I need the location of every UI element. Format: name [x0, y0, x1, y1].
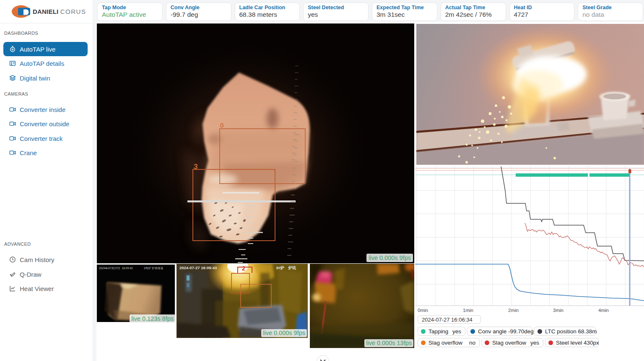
svg-text:3号炉 炉后传送: 3号炉 炉后传送 [144, 267, 164, 270]
svg-text:3: 3 [194, 163, 197, 171]
svg-text:2: 2 [242, 265, 245, 272]
svg-text:2024年07月27日 16:09:42: 2024年07月27日 16:09:42 [99, 267, 133, 270]
svg-text:2024-07-27 16:09:43: 2024-07-27 16:09:43 [179, 265, 217, 270]
svg-text:0: 0 [220, 122, 223, 129]
svg-text:3#炉 炉坑: 3#炉 炉坑 [276, 265, 296, 270]
